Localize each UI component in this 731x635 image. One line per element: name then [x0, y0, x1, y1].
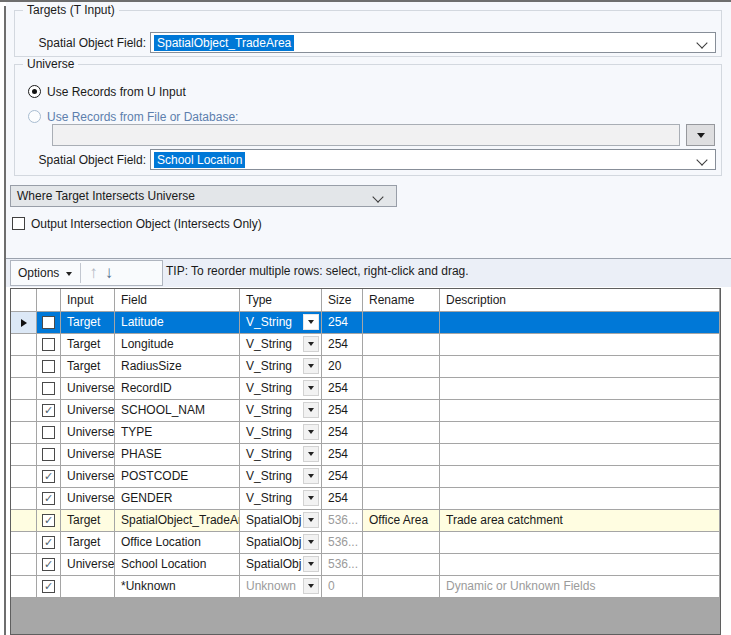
- type-dropdown-button[interactable]: [303, 534, 319, 550]
- rename-cell[interactable]: [363, 488, 440, 510]
- type-dropdown-cell[interactable]: V_String: [240, 400, 322, 422]
- radio-use-records-from-file-db[interactable]: [28, 110, 41, 123]
- rename-cell[interactable]: [363, 356, 440, 378]
- field-cell[interactable]: SpatialObject_TradeArea: [115, 510, 240, 532]
- type-dropdown-cell[interactable]: V_String: [240, 356, 322, 378]
- field-cell[interactable]: SCHOOL_NAM: [115, 400, 240, 422]
- input-cell[interactable]: [61, 576, 115, 598]
- field-cell[interactable]: RecordID: [115, 378, 240, 400]
- input-cell[interactable]: Universe: [61, 466, 115, 488]
- row-checkbox[interactable]: [42, 382, 55, 395]
- column-header-field[interactable]: Field: [115, 289, 240, 312]
- field-cell[interactable]: Longitude: [115, 334, 240, 356]
- type-dropdown-cell[interactable]: V_String: [240, 422, 322, 444]
- table-row[interactable]: TargetLongitudeV_String254: [11, 334, 720, 356]
- rename-cell[interactable]: [363, 312, 440, 334]
- universe-spatial-field-combobox[interactable]: School Location: [150, 149, 716, 170]
- chevron-down-icon[interactable]: [696, 37, 707, 48]
- table-row[interactable]: UniversePHASEV_String254: [11, 444, 720, 466]
- rename-cell[interactable]: [363, 532, 440, 554]
- type-dropdown-cell[interactable]: V_String: [240, 312, 322, 334]
- type-dropdown-button[interactable]: [303, 336, 319, 352]
- type-dropdown-button[interactable]: [303, 468, 319, 484]
- table-row[interactable]: ✓TargetSpatialObject_TradeAreaSpatialObj…: [11, 510, 720, 532]
- type-dropdown-button[interactable]: [303, 490, 319, 506]
- table-row[interactable]: ✓UniverseGENDERV_String254: [11, 488, 720, 510]
- description-cell[interactable]: [440, 466, 720, 488]
- radio-use-records-from-u-input[interactable]: [28, 85, 41, 98]
- type-dropdown-button[interactable]: [303, 446, 319, 462]
- row-checkbox[interactable]: ✓: [42, 470, 55, 483]
- rename-cell[interactable]: [363, 422, 440, 444]
- targets-spatial-field-combobox[interactable]: SpatialObject_TradeArea: [150, 32, 716, 53]
- input-cell[interactable]: Universe: [61, 488, 115, 510]
- move-row-down-button[interactable]: ↓: [105, 262, 114, 284]
- description-cell[interactable]: [440, 400, 720, 422]
- description-cell[interactable]: [440, 378, 720, 400]
- move-row-up-button[interactable]: ↑: [89, 262, 98, 284]
- table-row[interactable]: ✓TargetOffice LocationSpatialObj536...: [11, 532, 720, 554]
- column-header-size[interactable]: Size: [322, 289, 363, 312]
- size-cell[interactable]: 536...: [322, 532, 363, 554]
- row-selector-cell[interactable]: [11, 510, 37, 532]
- options-button[interactable]: Options: [18, 266, 59, 280]
- size-cell[interactable]: 254: [322, 400, 363, 422]
- type-dropdown-button[interactable]: [303, 424, 319, 440]
- input-cell[interactable]: Universe: [61, 444, 115, 466]
- column-header-description[interactable]: Description: [440, 289, 720, 312]
- row-checkbox[interactable]: ✓: [42, 514, 55, 527]
- row-checkbox[interactable]: [42, 448, 55, 461]
- row-checkbox[interactable]: ✓: [42, 580, 55, 593]
- description-cell[interactable]: [440, 356, 720, 378]
- size-cell[interactable]: 254: [322, 466, 363, 488]
- row-selector-cell[interactable]: [11, 444, 37, 466]
- rename-cell[interactable]: [363, 444, 440, 466]
- column-header-input[interactable]: Input: [61, 289, 115, 312]
- input-cell[interactable]: Target: [61, 532, 115, 554]
- type-dropdown-button[interactable]: [303, 402, 319, 418]
- row-checkbox[interactable]: ✓: [42, 404, 55, 417]
- field-cell[interactable]: Latitude: [115, 312, 240, 334]
- type-dropdown-button[interactable]: [303, 578, 319, 594]
- description-cell[interactable]: [440, 444, 720, 466]
- description-cell[interactable]: [440, 334, 720, 356]
- row-selector-cell[interactable]: [11, 466, 37, 488]
- output-intersection-label[interactable]: Output Intersection Object (Intersects O…: [31, 217, 262, 231]
- input-cell[interactable]: Universe: [61, 422, 115, 444]
- table-row[interactable]: TargetLatitudeV_String254: [11, 312, 720, 334]
- size-cell[interactable]: 254: [322, 444, 363, 466]
- row-selector-cell[interactable]: [11, 422, 37, 444]
- row-selector-cell[interactable]: [11, 576, 37, 598]
- input-cell[interactable]: Target: [61, 312, 115, 334]
- description-cell[interactable]: [440, 422, 720, 444]
- rename-cell[interactable]: [363, 334, 440, 356]
- row-selector-cell[interactable]: [11, 532, 37, 554]
- row-checkbox[interactable]: [42, 316, 55, 329]
- row-checkbox[interactable]: ✓: [42, 492, 55, 505]
- size-cell[interactable]: 0: [322, 576, 363, 598]
- description-cell[interactable]: Trade area catchment: [440, 510, 720, 532]
- radio-use-records-from-u-input-label[interactable]: Use Records from U Input: [47, 85, 186, 99]
- table-row[interactable]: ✓*UnknownUnknown0Dynamic or Unknown Fiel…: [11, 576, 720, 598]
- type-dropdown-button[interactable]: [303, 512, 319, 528]
- size-cell[interactable]: 254: [322, 378, 363, 400]
- description-cell[interactable]: [440, 312, 720, 334]
- size-cell[interactable]: 536...: [322, 510, 363, 532]
- input-cell[interactable]: Target: [61, 356, 115, 378]
- radio-use-records-from-file-db-label[interactable]: Use Records from File or Database:: [47, 110, 238, 124]
- size-cell[interactable]: 254: [322, 488, 363, 510]
- chevron-down-icon[interactable]: [696, 154, 707, 165]
- type-dropdown-cell[interactable]: V_String: [240, 488, 322, 510]
- column-header-blank[interactable]: [11, 289, 37, 312]
- row-checkbox[interactable]: [42, 360, 55, 373]
- rename-cell[interactable]: [363, 378, 440, 400]
- type-dropdown-cell[interactable]: SpatialObj: [240, 532, 322, 554]
- input-cell[interactable]: Universe: [61, 400, 115, 422]
- rename-cell[interactable]: [363, 576, 440, 598]
- rename-cell[interactable]: [363, 466, 440, 488]
- type-dropdown-cell[interactable]: V_String: [240, 378, 322, 400]
- type-dropdown-button[interactable]: [303, 380, 319, 396]
- row-selector-cell[interactable]: [11, 400, 37, 422]
- size-cell[interactable]: 20: [322, 356, 363, 378]
- table-row[interactable]: UniverseTYPEV_String254: [11, 422, 720, 444]
